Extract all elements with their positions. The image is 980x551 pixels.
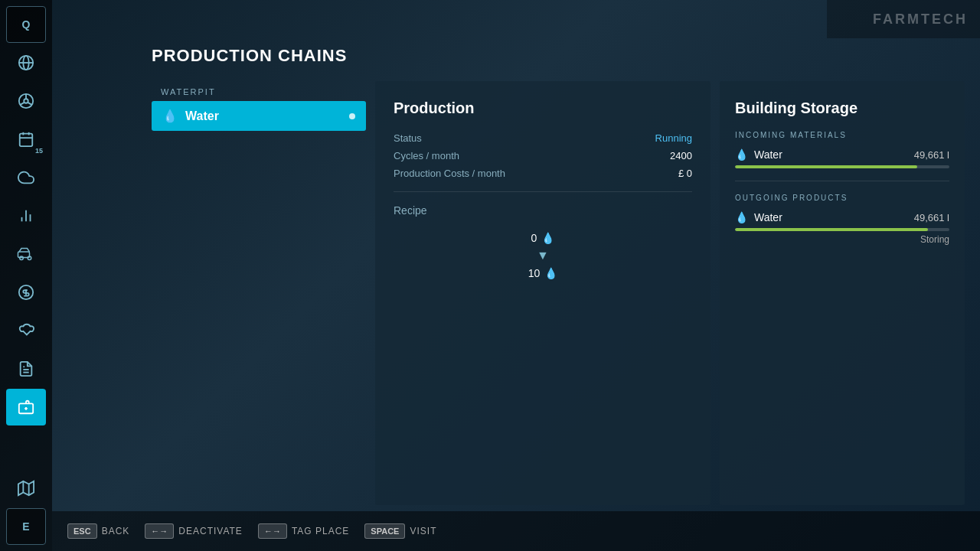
incoming-progress-fill: [735, 165, 917, 168]
sidebar: Q 15 E: [0, 0, 52, 551]
recipe-section: Recipe 0 💧 ▼ 10 💧: [394, 204, 692, 279]
hotkey-visit[interactable]: SPACE VISIT: [364, 523, 436, 539]
water-chain-icon: 💧: [162, 109, 178, 123]
storing-label: Storing: [735, 234, 949, 245]
sidebar-item-contracts[interactable]: [6, 350, 46, 387]
visit-label: VISIT: [410, 526, 436, 536]
stat-status-label: Status: [394, 132, 422, 144]
sidebar-item-steering[interactable]: [6, 83, 46, 119]
chains-section-label: WATERPIT: [152, 81, 366, 101]
incoming-water-item: 💧 Water 49,661 l: [735, 148, 949, 161]
content-row: WATERPIT 💧 Water Production Status Runni…: [152, 81, 965, 505]
sidebar-item-vehicle[interactable]: [6, 236, 46, 272]
recipe-input-value: 0: [531, 232, 537, 244]
svg-line-7: [28, 103, 31, 105]
recipe-output-value: 10: [528, 267, 541, 279]
sidebar-item-production[interactable]: [6, 389, 46, 425]
stat-costs: Production Costs / month £ 0: [394, 168, 692, 179]
stat-costs-value: £ 0: [678, 168, 692, 179]
page-title: PRODUCTION CHAINS: [152, 46, 965, 66]
sidebar-item-weather[interactable]: [6, 159, 46, 196]
incoming-section-label: INCOMING MATERIALS: [735, 131, 949, 139]
outgoing-water-icon: 💧: [735, 211, 748, 223]
incoming-water-value: 49,661 l: [914, 149, 949, 161]
stat-cycles: Cycles / month 2400: [394, 150, 692, 161]
chain-item-label: Water: [185, 109, 341, 123]
recipe-output-node: 10 💧: [528, 267, 558, 279]
hotkey-tag-place[interactable]: ←→ TAG PLACE: [258, 523, 349, 539]
stat-status-value: Running: [655, 132, 692, 144]
deactivate-label: DEACTIVATE: [178, 526, 243, 536]
storage-panel: Building Storage INCOMING MATERIALS 💧 Wa…: [720, 81, 965, 505]
storage-divider: [735, 181, 949, 181]
bottom-bar: ESC BACK ←→ DEACTIVATE ←→ TAG PLACE SPAC…: [52, 511, 980, 551]
svg-marker-25: [18, 481, 34, 495]
production-panel: Production Status Running Cycles / month…: [375, 81, 710, 505]
recipe-output-icon: 💧: [544, 267, 557, 279]
sidebar-item-animals[interactable]: [6, 312, 46, 349]
esc-key: ESC: [67, 523, 97, 539]
deactivate-key: ←→: [145, 523, 174, 539]
main-content: PRODUCTION CHAINS WATERPIT 💧 Water Produ…: [52, 0, 980, 551]
sidebar-item-calendar[interactable]: 15: [6, 121, 46, 158]
stat-cycles-value: 2400: [670, 150, 692, 161]
incoming-water-label: Water: [754, 148, 908, 161]
space-key: SPACE: [364, 523, 405, 539]
divider: [394, 191, 692, 192]
svg-point-17: [28, 256, 31, 260]
outgoing-water-label: Water: [754, 211, 908, 223]
chain-item-dot: [349, 113, 355, 119]
sidebar-item-q[interactable]: Q: [6, 6, 46, 43]
outgoing-progress-container: [735, 228, 949, 231]
recipe-title: Recipe: [394, 204, 692, 217]
svg-point-4: [24, 99, 28, 103]
sidebar-item-globe[interactable]: [6, 44, 46, 81]
stat-cycles-label: Cycles / month: [394, 150, 459, 161]
tag-place-key: ←→: [258, 523, 287, 539]
outgoing-progress-fill: [735, 228, 928, 231]
outgoing-section-label: OUTGOING PRODUCTS: [735, 194, 949, 202]
recipe-visual: 0 💧 ▼ 10 💧: [394, 232, 692, 279]
incoming-water-icon: 💧: [735, 148, 748, 161]
storage-title: Building Storage: [735, 99, 949, 117]
outgoing-water-item: 💧 Water 49,661 l: [735, 211, 949, 223]
sidebar-item-map[interactable]: [6, 470, 46, 507]
svg-line-6: [21, 103, 24, 105]
tag-place-label: TAG PLACE: [292, 526, 349, 536]
outgoing-water-value: 49,661 l: [914, 212, 949, 223]
sidebar-item-stats[interactable]: [6, 197, 46, 234]
hotkey-deactivate[interactable]: ←→ DEACTIVATE: [145, 523, 243, 539]
production-title: Production: [394, 99, 692, 117]
svg-rect-8: [20, 134, 33, 147]
sidebar-item-e[interactable]: E: [6, 508, 46, 545]
chain-item-water[interactable]: 💧 Water: [152, 101, 366, 131]
chains-panel: WATERPIT 💧 Water: [152, 81, 366, 505]
recipe-arrow: ▼: [537, 249, 549, 262]
recipe-input-node: 0 💧: [531, 232, 555, 244]
sidebar-item-money[interactable]: [6, 274, 46, 311]
incoming-progress-container: [735, 165, 949, 168]
recipe-input-icon: 💧: [541, 232, 554, 244]
hotkey-esc[interactable]: ESC BACK: [67, 523, 129, 539]
back-label: BACK: [102, 526, 130, 536]
stat-status: Status Running: [394, 132, 692, 144]
stat-costs-label: Production Costs / month: [394, 168, 505, 179]
